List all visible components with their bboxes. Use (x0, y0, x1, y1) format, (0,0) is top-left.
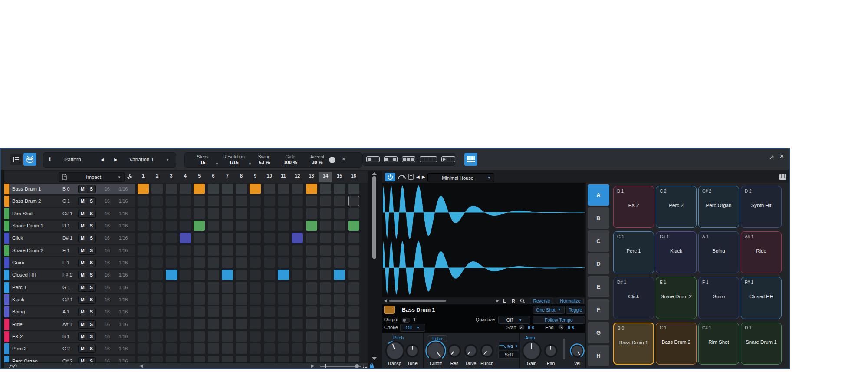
step-cell[interactable] (222, 270, 233, 280)
step-cell[interactable] (138, 233, 149, 243)
step-cell[interactable] (348, 196, 359, 206)
step-cell[interactable] (222, 331, 233, 342)
step-cell[interactable] (151, 282, 163, 293)
step-cell[interactable] (306, 270, 317, 280)
output-switch[interactable] (402, 318, 410, 323)
solo-button[interactable]: S (87, 284, 95, 291)
end-knob[interactable] (558, 324, 564, 330)
track-resolution[interactable]: 1/16 (115, 309, 131, 314)
step-cell[interactable] (180, 356, 191, 362)
pad-boing[interactable]: A 1Boing (698, 231, 739, 273)
lock-icon[interactable] (369, 363, 374, 369)
automation-icon[interactable] (9, 364, 17, 369)
vertical-scrollbar-thumb[interactable] (372, 176, 376, 259)
mute-button[interactable]: M (79, 259, 87, 267)
bank-button-d[interactable]: D (588, 253, 609, 274)
mute-button[interactable]: M (79, 247, 87, 254)
channel-left-button[interactable]: L (503, 298, 506, 303)
step-cell[interactable] (250, 233, 261, 243)
step-cell[interactable] (334, 294, 345, 305)
step-cell[interactable] (222, 221, 233, 231)
step-number[interactable]: 7 (222, 173, 233, 178)
track-resolution[interactable]: 1/16 (115, 235, 131, 240)
waveform-display[interactable] (382, 183, 585, 297)
step-cell[interactable] (236, 282, 247, 293)
track-row[interactable]: Snare Drum 1D 1MS161/16 (4, 221, 135, 231)
step-cell[interactable] (151, 233, 163, 243)
reverse-button[interactable]: Reverse (530, 298, 553, 304)
pad-klack[interactable]: G# 1Klack (656, 231, 697, 273)
step-cell[interactable] (194, 196, 205, 206)
next-variation-button[interactable]: ▶ (114, 157, 118, 162)
bank-button-f[interactable]: F (588, 299, 609, 320)
solo-button[interactable]: S (87, 271, 95, 279)
step-cell[interactable] (208, 306, 219, 317)
scroll-right-icon[interactable] (311, 364, 314, 368)
solo-button[interactable]: S (87, 198, 95, 205)
pad-perc-organ[interactable]: C# 2Perc Organ (698, 186, 739, 228)
pad-guiro[interactable]: F 1Guiro (698, 277, 739, 319)
step-number[interactable]: 8 (236, 173, 247, 178)
scroll-down-icon[interactable] (372, 357, 377, 360)
track-length[interactable]: 16 (101, 235, 114, 240)
track-length[interactable]: 16 (101, 186, 114, 191)
resolution-param[interactable]: Resolution 1/16 (220, 154, 247, 166)
step-cell[interactable] (250, 331, 261, 342)
step-cell[interactable] (180, 319, 191, 329)
step-cell[interactable] (194, 343, 205, 354)
track-resolution[interactable]: 1/16 (115, 297, 131, 302)
step-cell[interactable] (334, 282, 345, 293)
chevrons-right-icon[interactable]: » (342, 155, 345, 162)
step-cell[interactable] (222, 257, 233, 268)
step-cell[interactable] (166, 294, 177, 305)
preset-selector[interactable]: Minimal House ▼ (427, 173, 494, 182)
track-length[interactable]: 16 (101, 359, 114, 362)
step-cell[interactable] (138, 196, 149, 206)
step-cell[interactable] (166, 282, 177, 293)
step-cell[interactable] (194, 184, 205, 194)
transp--knob[interactable] (384, 339, 406, 362)
step-cell[interactable] (138, 257, 149, 268)
track-resolution[interactable]: 1/16 (115, 322, 131, 327)
list-options-icon[interactable] (363, 364, 367, 368)
pad-bass-drum-2[interactable]: C 1Bass Drum 2 (656, 323, 697, 365)
track-row[interactable]: RideA# 1MS161/16 (4, 319, 135, 330)
step-cell[interactable] (348, 306, 359, 317)
step-cell[interactable] (208, 331, 219, 342)
step-cell[interactable] (208, 356, 219, 362)
quantize-select[interactable]: Off ▼ (498, 316, 530, 324)
step-cell[interactable] (278, 343, 289, 354)
track-resolution[interactable]: 1/16 (115, 198, 131, 204)
step-cell[interactable] (306, 196, 317, 206)
step-cell[interactable] (222, 294, 233, 305)
step-cell[interactable] (250, 196, 261, 206)
step-cell[interactable] (166, 221, 177, 231)
track-row[interactable]: Perc 1G 1MS161/16 (4, 282, 135, 293)
wave-scroll-right-icon[interactable] (496, 299, 499, 303)
track-row[interactable]: KlackG# 1MS161/16 (4, 294, 135, 305)
mute-button[interactable]: M (79, 345, 87, 352)
step-cell[interactable] (264, 282, 275, 293)
step-number[interactable]: 3 (166, 173, 177, 178)
cutoff-knob[interactable] (424, 339, 447, 362)
close-icon[interactable]: × (779, 152, 784, 161)
step-cell[interactable] (151, 184, 163, 194)
step-cell[interactable] (151, 208, 163, 219)
step-cell[interactable] (208, 343, 219, 354)
step-cell[interactable] (138, 245, 149, 256)
step-cell[interactable] (320, 196, 331, 206)
detach-window-icon[interactable]: ↗ (769, 154, 774, 161)
step-cell[interactable] (292, 306, 303, 317)
macro-knob-icon[interactable] (398, 174, 406, 180)
track-row[interactable]: GuiroF 1MS161/16 (4, 257, 135, 268)
step-number[interactable]: 1 (138, 173, 149, 178)
track-length[interactable]: 16 (101, 285, 114, 290)
step-cell[interactable] (250, 306, 261, 317)
track-resolution[interactable]: 1/16 (115, 285, 131, 290)
step-cell[interactable] (194, 319, 205, 329)
pattern-shift-icon[interactable] (441, 156, 455, 162)
step-cell[interactable] (166, 233, 177, 243)
step-cell[interactable] (222, 196, 233, 206)
step-cell[interactable] (222, 184, 233, 194)
step-cell[interactable] (264, 196, 275, 206)
